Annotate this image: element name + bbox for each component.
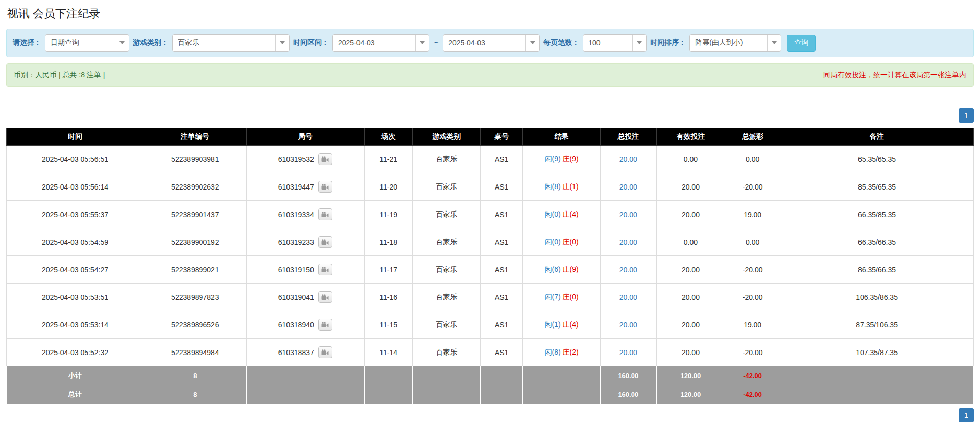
subtotal-count: 8 [144, 366, 246, 385]
total-payout: -42.00 [725, 385, 780, 404]
notice-text: 同局有效投注，统一计算在该局第一张注单内 [823, 71, 966, 80]
total-count: 8 [144, 385, 246, 404]
chevron-down-icon [275, 35, 289, 51]
cell-time: 2025-04-03 05:54:27 [7, 256, 144, 284]
cell-bet-id: 522389902632 [144, 173, 246, 201]
cell-table-no: AS1 [481, 256, 523, 284]
subtotal-total-bet: 160.00 [600, 366, 656, 385]
cell-table-no: AS1 [481, 339, 523, 366]
cell-total-bet: 20.00 [600, 146, 656, 173]
header-game-type: 游戏类别 [413, 128, 481, 146]
table-row: 2025-04-03 05:52:32522389894984610318837… [7, 339, 974, 366]
cell-session: 11-15 [364, 311, 413, 339]
total-bet-link[interactable]: 20.00 [619, 348, 637, 357]
page-button[interactable]: 1 [959, 408, 974, 422]
page-size-dropdown[interactable]: 100 [583, 34, 647, 52]
cell-round-id: 610318837 [246, 339, 364, 366]
replay-button[interactable] [318, 291, 332, 303]
total-bet-link[interactable]: 20.00 [619, 210, 637, 219]
cell-round-id: 610319233 [246, 228, 364, 256]
cell-payout: -20.00 [725, 339, 780, 366]
cell-valid-bet: 20.00 [656, 284, 725, 311]
cell-valid-bet: 20.00 [656, 256, 725, 284]
range-separator: ~ [433, 39, 439, 47]
cell-result: 闲(6) 庄(9) [523, 256, 601, 284]
total-bet-link[interactable]: 20.00 [619, 321, 637, 329]
replay-button[interactable] [318, 208, 332, 220]
date-to-dropdown[interactable]: 2025-04-03 [443, 34, 540, 52]
cell-valid-bet: 20.00 [656, 201, 725, 228]
total-bet-link[interactable]: 20.00 [619, 293, 637, 301]
total-total-bet: 160.00 [600, 385, 656, 404]
table-footer: 小计 8 160.00 120.00 -42.00 总计 8 160.00 12… [7, 366, 974, 404]
cell-game-type: 百家乐 [413, 146, 481, 173]
total-label: 总计 [7, 385, 144, 404]
cell-bet-id: 522389897823 [144, 284, 246, 311]
cell-result: 闲(1) 庄(4) [523, 311, 601, 339]
table-row: 2025-04-03 05:54:27522389899021610319150… [7, 256, 974, 284]
cell-round-id: 610319532 [246, 146, 364, 173]
time-sort-value: 降幂(由大到小) [690, 38, 767, 48]
subtotal-valid-bet: 120.00 [656, 366, 725, 385]
replay-button[interactable] [318, 236, 332, 248]
select-type-label: 请选择： [13, 38, 41, 48]
result-banker: 庄(9) [563, 155, 579, 163]
total-bet-link[interactable]: 20.00 [619, 155, 637, 163]
total-bet-link[interactable]: 20.00 [619, 183, 637, 191]
video-replay-icon [321, 349, 329, 356]
header-payout: 总派彩 [725, 128, 780, 146]
cell-table-no: AS1 [481, 284, 523, 311]
header-table-no: 桌号 [481, 128, 523, 146]
result-banker: 庄(1) [563, 182, 579, 191]
total-bet-link[interactable]: 20.00 [619, 266, 637, 274]
result-banker: 庄(4) [563, 210, 579, 218]
cell-payout: 19.00 [725, 201, 780, 228]
video-replay-icon [321, 239, 329, 245]
page-size-label: 每页笔数： [543, 38, 579, 48]
result-banker: 庄(0) [563, 238, 579, 246]
cell-remark: 65.35/65.35 [780, 146, 974, 173]
date-from-dropdown[interactable]: 2025-04-03 [332, 34, 429, 52]
result-banker: 庄(0) [563, 293, 579, 301]
result-player: 闲(8) [545, 182, 561, 191]
time-sort-dropdown[interactable]: 降幂(由大到小) [689, 34, 781, 52]
cell-table-no: AS1 [481, 311, 523, 339]
time-range-label: 时间区间： [293, 38, 329, 48]
cell-result: 闲(7) 庄(0) [523, 284, 601, 311]
cell-round-id: 610319334 [246, 201, 364, 228]
header-total-bet: 总投注 [600, 128, 656, 146]
cell-total-bet: 20.00 [600, 339, 656, 366]
result-player: 闲(7) [545, 293, 561, 301]
cell-result: 闲(0) 庄(4) [523, 201, 601, 228]
header-time: 时间 [7, 128, 144, 146]
cell-payout: -20.00 [725, 284, 780, 311]
replay-button[interactable] [318, 153, 332, 165]
replay-button[interactable] [318, 346, 332, 358]
result-banker: 庄(9) [563, 265, 579, 273]
total-bet-link[interactable]: 20.00 [619, 238, 637, 246]
table-row: 2025-04-03 05:53:14522389896526610318940… [7, 311, 974, 339]
game-type-dropdown[interactable]: 百家乐 [172, 34, 290, 52]
replay-button[interactable] [318, 319, 332, 331]
cell-time: 2025-04-03 05:56:51 [7, 146, 144, 173]
replay-button[interactable] [318, 181, 332, 193]
result-banker: 庄(4) [563, 320, 579, 329]
select-type-dropdown[interactable]: 日期查询 [45, 34, 129, 52]
cell-time: 2025-04-03 05:53:51 [7, 284, 144, 311]
cell-result: 闲(9) 庄(9) [523, 146, 601, 173]
replay-button[interactable] [318, 264, 332, 275]
info-bar: 币别：人民币 | 总共 :8 注单 | 同局有效投注，统一计算在该局第一张注单内 [6, 63, 974, 87]
cell-time: 2025-04-03 05:55:37 [7, 201, 144, 228]
currency-summary: 币别：人民币 | 总共 :8 注单 | [14, 71, 105, 80]
page-button[interactable]: 1 [959, 108, 974, 123]
cell-time: 2025-04-03 05:53:14 [7, 311, 144, 339]
table-header: 时间 注单编号 局号 场次 游戏类别 桌号 结果 总投注 有效投注 总派彩 备注 [7, 128, 974, 146]
total-valid-bet: 120.00 [656, 385, 725, 404]
table-row: 2025-04-03 05:56:14522389902632610319447… [7, 173, 974, 201]
cell-game-type: 百家乐 [413, 201, 481, 228]
cell-total-bet: 20.00 [600, 201, 656, 228]
search-button[interactable]: 查询 [787, 35, 816, 52]
video-replay-icon [321, 294, 329, 300]
cell-remark: 66.35/66.35 [780, 228, 974, 256]
header-session: 场次 [364, 128, 413, 146]
